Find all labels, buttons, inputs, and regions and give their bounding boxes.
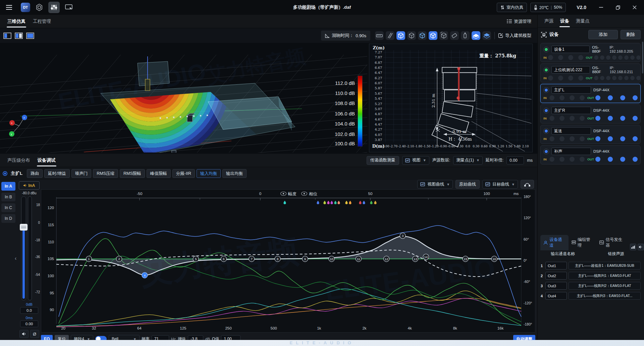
restore-button[interactable]	[611, 2, 625, 12]
measure-point-marker[interactable]	[337, 201, 340, 204]
measure-point-marker[interactable]	[317, 201, 319, 204]
device-card-5[interactable]: 补声DSP-44XINOUT	[540, 145, 641, 164]
measure-point-dropdown[interactable]: 测量点(1) ▼	[453, 156, 483, 165]
right-tab-1[interactable]: 设备	[560, 15, 569, 27]
phase-visibility-toggle[interactable]: 相位	[302, 192, 318, 196]
view-layout-3-icon[interactable]	[26, 33, 34, 39]
device-name-input[interactable]: 补声	[551, 148, 591, 155]
measure-point-marker[interactable]	[370, 201, 372, 204]
channel-radio[interactable]	[3, 171, 7, 176]
dsp-tab-0[interactable]: 路由	[27, 169, 43, 178]
amplitude-visibility-toggle[interactable]: 幅度	[281, 192, 297, 196]
target-curve-dropdown[interactable]: 目标曲线 ▼	[482, 180, 518, 189]
cube-rotate-icon[interactable]	[439, 31, 448, 40]
spray-icon[interactable]	[461, 31, 470, 40]
right-tab-0[interactable]: 声源	[544, 15, 553, 27]
output-name-input[interactable]: Out3	[545, 282, 567, 290]
measure-point-marker[interactable]	[330, 201, 333, 204]
output-name-input[interactable]: Out2	[545, 272, 567, 280]
measure-point-marker[interactable]	[374, 201, 376, 204]
device-card-4[interactable]: 返送DSP-44XINOUT	[540, 125, 641, 144]
3d-scene[interactable]: ELITE-AUDIO艾力特音频xzy	[0, 43, 367, 153]
main-tab-1[interactable]: 工程管理	[33, 15, 51, 28]
eq-band-handle-14[interactable]: 14	[423, 254, 429, 260]
measure-point-marker[interactable]	[283, 201, 286, 204]
right-tab-2[interactable]: 测量点	[576, 15, 590, 27]
device-name-input[interactable]: 返送	[551, 127, 591, 135]
resource-manager-button[interactable]: 资源管理	[507, 18, 531, 24]
device-name-input[interactable]: 设备1	[551, 46, 590, 53]
view-layout-1-icon[interactable]	[3, 33, 11, 39]
eq-band-handle-6[interactable]: 6	[221, 256, 226, 262]
dsp-tab-1[interactable]: 延时/增益	[44, 169, 69, 178]
eq-band-handle-12[interactable]: 12	[384, 256, 389, 262]
original-curve-button[interactable]: 原始曲线	[455, 180, 480, 189]
dsp-tab-5[interactable]: 峰值限幅	[147, 169, 171, 178]
delete-device-button[interactable]: 删除	[621, 30, 641, 39]
channel-panel-tab-2[interactable]: 信号发生器	[596, 235, 629, 250]
device-card-2[interactable]: 主扩LDSP-44XINOUT	[540, 84, 641, 103]
minimize-button[interactable]	[594, 2, 608, 12]
measure-point-marker[interactable]	[323, 201, 326, 204]
layers-panel-icon[interactable]	[472, 31, 480, 40]
phase-invert-button[interactable]: Ø	[30, 330, 39, 338]
linked-source-select[interactable]: 主扩L——线阵列3：EAM10-FLAT...	[569, 292, 641, 300]
eraser-icon[interactable]	[450, 31, 459, 40]
eq-band-handle-5[interactable]: 5	[193, 256, 199, 262]
cube-measure-icon[interactable]: 6	[429, 31, 437, 40]
section-tab-0[interactable]: 声压级分布	[7, 154, 30, 166]
eq-band-handle-2[interactable]: 2	[116, 256, 122, 262]
import-model-button[interactable]: 导入建筑模型	[498, 33, 531, 39]
eq-band-handle-1[interactable]: 1	[86, 256, 92, 262]
mixer-icon[interactable]	[48, 2, 60, 13]
device-name-input[interactable]: 上位机测试-222	[551, 66, 590, 73]
input-select-in-c[interactable]: In C	[1, 203, 15, 212]
add-device-button[interactable]: 添加	[588, 30, 618, 39]
eq-band-handle-10[interactable]: 10	[329, 256, 334, 262]
cube-outline-icon[interactable]	[407, 31, 416, 40]
eq-band-handle-4[interactable]: 4	[142, 273, 148, 278]
3d-view-icon[interactable]	[34, 2, 45, 13]
channel-panel-tab-1[interactable]: 编组管理	[569, 235, 597, 250]
linked-source-select[interactable]: 主扩L——线阵列2：EAM10-FLAT	[569, 282, 641, 290]
screen-share-icon[interactable]	[63, 2, 74, 13]
fader-handle[interactable]	[20, 224, 28, 231]
device-card-1[interactable]: 上位机测试-222OS-880FIP: 192.168.0.211INOUT	[540, 63, 641, 83]
input-select-in-b[interactable]: In B	[1, 193, 15, 201]
dsp-tab-2[interactable]: 噪声门	[71, 169, 92, 178]
simulation-mode-switch[interactable]: 室内仿真	[497, 3, 527, 12]
cube-solid-icon[interactable]	[396, 31, 405, 40]
3d-viewport[interactable]: ELITE-AUDIO艾力特音频xzy 112.0 dB110.0 dB108.…	[0, 43, 537, 154]
strip-delay-input[interactable]: 0.00	[20, 320, 38, 327]
device-card-3[interactable]: 主扩RDSP-44XINOUT	[540, 104, 641, 123]
section-tab-1[interactable]: 设备调试	[38, 154, 56, 166]
eq-band-handle-15[interactable]: 15	[463, 256, 468, 262]
channel-panel-tab-0[interactable]: 设备通道	[540, 235, 569, 250]
strip-channel-tab[interactable]: InA	[19, 181, 40, 190]
collapse-panel-icon[interactable]: ‹	[15, 255, 16, 261]
linked-source-select[interactable]: 主扩L——超低音1：EAMSUB28-SUB	[569, 262, 641, 269]
eq-band-handle-8[interactable]: 8	[275, 256, 280, 262]
main-tab-0[interactable]: 三维仿真	[7, 15, 25, 28]
output-name-input[interactable]: Out4	[545, 292, 567, 300]
measure-point-marker[interactable]	[359, 201, 361, 204]
view-layout-2-icon[interactable]	[15, 33, 23, 39]
linked-source-select[interactable]: 主扩L——线阵列1：EAM10-FLAT	[569, 272, 641, 280]
cube-section-icon[interactable]	[418, 31, 427, 40]
dsp-tab-3[interactable]: RMS压缩	[93, 169, 118, 178]
mute-button[interactable]	[19, 330, 29, 338]
transfer-function-button[interactable]: 传递函数测量	[367, 156, 399, 165]
measure-point-marker[interactable]	[327, 201, 329, 204]
gain-input[interactable]: 0.0	[20, 307, 38, 314]
input-select-in-a[interactable]: In A	[1, 182, 15, 191]
device-name-input[interactable]: 主扩R	[551, 107, 591, 114]
eq-band-handle-16[interactable]: 16	[491, 256, 497, 262]
measure-point-marker[interactable]	[349, 201, 351, 204]
bezier-tool-button[interactable]	[521, 180, 534, 189]
eq-band-handle-11[interactable]: 11	[356, 256, 361, 262]
hamburger-menu-icon[interactable]	[3, 2, 15, 13]
eq-band-handle-13[interactable]: 13	[412, 256, 418, 262]
eq-band-handle-7[interactable]: 7	[249, 256, 255, 262]
measure-point-marker[interactable]	[334, 201, 336, 204]
device-card-0[interactable]: 设备1OS-880FIP: 192.168.0.205INOUT	[540, 43, 641, 62]
